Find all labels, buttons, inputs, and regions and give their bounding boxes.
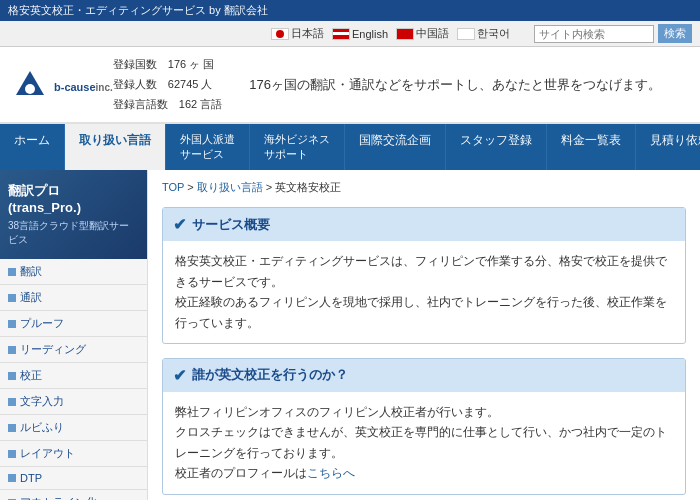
sidebar-title: 翻訳プロ [8,182,139,200]
bullet-icon [8,450,16,458]
nav-languages[interactable]: 取り扱い言語 [65,124,166,170]
nav-exchange[interactable]: 国際交流企画 [345,124,446,170]
section-overview-title: サービス概要 [192,216,270,234]
main-nav: ホーム 取り扱い言語 外国人派遣サービス 海外ビジネスサポート 国際交流企画 ス… [0,124,700,170]
sidebar-item-reading[interactable]: リーディング [0,337,147,363]
section-who-header: ✔ 誰が英文校正を行うのか？ [163,359,685,392]
search-button[interactable]: 検索 [658,24,692,43]
nav-pricing[interactable]: 料金一覧表 [547,124,636,170]
flag-kr-icon [457,28,475,40]
sidebar-header: 翻訳プロ (trans_Pro.) 38言語クラウド型翻訳サービス [0,170,147,259]
flag-us-icon [332,28,350,40]
stat-countries: 登録国数 176 ヶ 国 [113,55,222,75]
sidebar-item-outline[interactable]: アウトライン化 [0,490,147,500]
content-wrapper: 翻訳プロ (trans_Pro.) 38言語クラウド型翻訳サービス 翻訳 通訳 … [0,170,700,500]
header-tagline: 176ヶ国の翻訳・通訳などをサポートし、あなたと世界をつなげます。 [222,76,688,94]
sidebar-item-layout[interactable]: レイアウト [0,441,147,467]
sidebar-menu: 翻訳 通訳 プルーフ リーディング 校正 文字入力 ルビふり レイアウト DTP… [0,259,147,500]
lang-cn-label: 中国語 [416,26,449,41]
search-input[interactable] [534,25,654,43]
nav-estimate[interactable]: 見積り依頼 [636,124,700,170]
sidebar-item-proofreading[interactable]: 校正 [0,363,147,389]
sidebar-title-en: (trans_Pro.) [8,200,139,215]
search-area: 検索 [534,24,692,43]
stat-languages: 登録言語数 162 言語 [113,95,222,115]
top-bar: 格安英文校正・エディティングサービス by 翻訳会社 [0,0,700,21]
svg-point-1 [25,84,35,94]
logo-icon [12,67,48,103]
bullet-icon [8,320,16,328]
breadcrumb-current: 英文格安校正 [275,181,341,193]
lang-korean[interactable]: 한국어 [457,26,510,41]
nav-staff[interactable]: スタッフ登録 [446,124,547,170]
breadcrumb-top[interactable]: TOP [162,181,184,193]
sidebar-item-ruby[interactable]: ルビふり [0,415,147,441]
section-overview-header: ✔ サービス概要 [163,208,685,241]
sidebar-item-typing[interactable]: 文字入力 [0,389,147,415]
bullet-icon [8,294,16,302]
section-who: ✔ 誰が英文校正を行うのか？ 弊社フィリピンオフィスのフィリピン人校正者が行いま… [162,358,686,495]
header-stats: 登録国数 176 ヶ 国 登録人数 62745 人 登録言語数 162 言語 [113,55,222,114]
lang-jp-label: 日本語 [291,26,324,41]
sidebar-subtitle: 38言語クラウド型翻訳サービス [8,219,139,247]
check-icon: ✔ [173,215,186,234]
lang-en-label: English [352,28,388,40]
lang-kr-label: 한국어 [477,26,510,41]
header: b-causeinc. 登録国数 176 ヶ 国 登録人数 62745 人 登録… [0,47,700,124]
bullet-icon [8,346,16,354]
bullet-icon [8,372,16,380]
bullet-icon [8,268,16,276]
bullet-icon [8,424,16,432]
sidebar-item-proof[interactable]: プルーフ [0,311,147,337]
sidebar-item-dtp[interactable]: DTP [0,467,147,490]
flag-cn-icon [396,28,414,40]
section-who-body: 弊社フィリピンオフィスのフィリピン人校正者が行います。 クロスチェックはできませ… [163,392,685,494]
section-overview: ✔ サービス概要 格安英文校正・エディティングサービスは、フィリピンで作業する分… [162,207,686,344]
sidebar: 翻訳プロ (trans_Pro.) 38言語クラウド型翻訳サービス 翻訳 通訳 … [0,170,148,500]
site-title: 格安英文校正・エディティングサービス by 翻訳会社 [8,3,268,18]
sidebar-item-translation[interactable]: 翻訳 [0,259,147,285]
profile-link[interactable]: こちらへ [307,466,355,480]
sidebar-item-interpretation[interactable]: 通訳 [0,285,147,311]
lang-english[interactable]: English [332,28,388,40]
nav-home[interactable]: ホーム [0,124,65,170]
logo: b-causeinc. [12,67,113,103]
logo-text: b-causeinc. [54,73,113,96]
nav-business[interactable]: 海外ビジネスサポート [250,124,345,170]
lang-japanese[interactable]: 日本語 [271,26,324,41]
stat-people: 登録人数 62745 人 [113,75,222,95]
bullet-icon [8,398,16,406]
breadcrumb-section[interactable]: 取り扱い言語 [197,181,263,193]
lang-chinese[interactable]: 中国語 [396,26,449,41]
breadcrumb: TOP > 取り扱い言語 > 英文格安校正 [162,180,686,195]
language-bar: 日本語 English 中国語 한국어 検索 [0,21,700,47]
bullet-icon [8,474,16,482]
section-who-title: 誰が英文校正を行うのか？ [192,366,348,384]
check-icon: ✔ [173,366,186,385]
main-content: TOP > 取り扱い言語 > 英文格安校正 ✔ サービス概要 格安英文校正・エデ… [148,170,700,500]
nav-dispatch[interactable]: 外国人派遣サービス [166,124,250,170]
flag-jp-icon [271,28,289,40]
section-overview-body: 格安英文校正・エディティングサービスは、フィリピンで作業する分、格安で校正を提供… [163,241,685,343]
